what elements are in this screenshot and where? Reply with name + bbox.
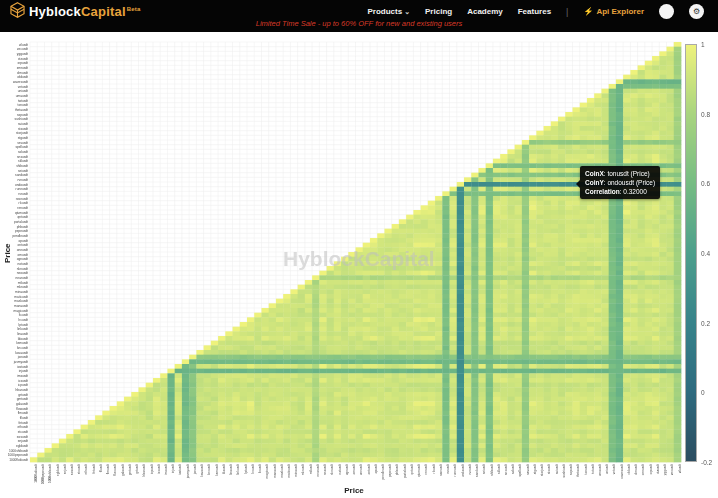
tooltip-correlation: Correlation: 0.32000 xyxy=(585,187,655,196)
nav-pricing[interactable]: Pricing xyxy=(425,7,452,16)
logo-text: HyblockCapitalBeta xyxy=(29,2,141,19)
gear-icon: ⚙ xyxy=(693,7,700,16)
tooltip-coiny: CoinY: ondousdt (Price) xyxy=(585,178,655,187)
api-explorer-icon: ⚡ xyxy=(583,7,593,16)
correlation-colorbar xyxy=(685,44,697,462)
api-explorer-link[interactable]: ⚡ Api Explorer xyxy=(583,7,644,16)
colorbar-tick: 0.2 xyxy=(701,319,710,326)
colorbar-tick: 0.8 xyxy=(701,110,710,117)
x-axis-title: Price xyxy=(330,486,378,495)
correlation-heatmap-canvas[interactable] xyxy=(0,0,718,498)
chevron-down-icon: ⌄ xyxy=(404,8,410,15)
colorbar-tick: 1 xyxy=(701,41,705,48)
colorbar-tick: 0.6 xyxy=(701,180,710,187)
heatmap-tooltip: CoinX: tonusdt (Price) CoinY: ondousdt (… xyxy=(580,166,660,199)
nav-divider: | xyxy=(566,7,568,17)
colorbar-tick: -0.2 xyxy=(701,459,712,466)
nav-products[interactable]: Products⌄ xyxy=(367,7,410,16)
settings-button[interactable]: ⚙ xyxy=(689,4,704,19)
top-navbar: HyblockCapitalBeta Products⌄ Pricing Aca… xyxy=(0,0,718,32)
nav-academy[interactable]: Academy xyxy=(467,7,503,16)
colorbar-tick: 0.4 xyxy=(701,250,710,257)
promo-banner: Limited Time Sale - up to 60% OFF for ne… xyxy=(0,19,718,28)
beta-badge: Beta xyxy=(127,6,141,12)
nav-features[interactable]: Features xyxy=(518,7,551,16)
colorbar-tick: 0 xyxy=(701,389,705,396)
avatar-button[interactable] xyxy=(659,4,674,19)
y-axis-title: Price xyxy=(3,243,12,263)
tooltip-coinx: CoinX: tonusdt (Price) xyxy=(585,169,655,178)
